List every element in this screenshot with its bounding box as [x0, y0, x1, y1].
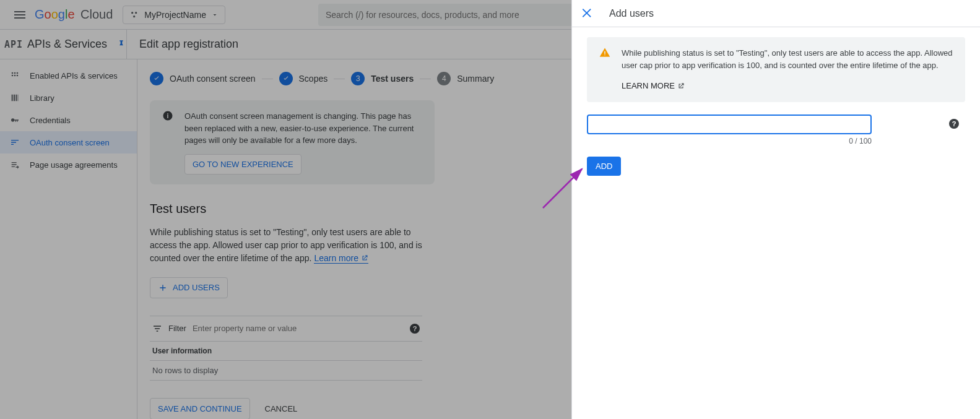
panel-add-button[interactable]: ADD: [587, 157, 621, 176]
add-users-input[interactable]: [587, 114, 872, 134]
close-icon[interactable]: [581, 6, 596, 21]
add-users-panel: Add users While publishing status is set…: [571, 0, 980, 419]
panel-warning-text: While publishing status is set to "Testi…: [622, 47, 953, 71]
warning-icon: [599, 47, 610, 92]
help-icon[interactable]: ?: [949, 119, 959, 129]
panel-title: Add users: [609, 8, 654, 19]
panel-learn-more-link[interactable]: LEARN MORE: [622, 80, 685, 92]
input-counter: 0 / 100: [587, 137, 872, 145]
panel-warning: While publishing status is set to "Testi…: [587, 37, 965, 102]
external-link-icon: [677, 82, 685, 90]
